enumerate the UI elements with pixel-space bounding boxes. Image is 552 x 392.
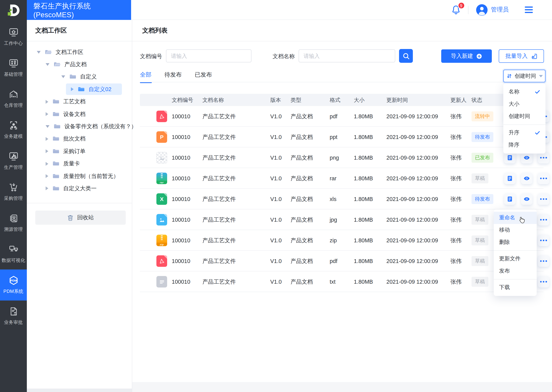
column-header-6: 大小 [354,94,364,106]
more-actions-button[interactable] [538,152,549,163]
more-actions-button[interactable] [538,173,549,184]
table-row-7[interactable]: zip100010产品工艺文件V1.0产品文档zip1.80MB2021-09-… [140,230,544,251]
tree-collapse-arrow-icon[interactable] [46,112,48,116]
notification-bell-icon[interactable]: 9 [450,5,461,15]
table-row-4[interactable]: rar100010产品工艺文件V1.0产品文档rar1.80MB2021-09-… [140,168,544,189]
tree-collapse-arrow-icon[interactable] [46,187,48,190]
sort-option-创建时间[interactable]: 创建时间 [503,110,545,123]
tree-node-5[interactable]: 工艺文档 [27,96,132,108]
cell-version: V1.0 [270,251,282,271]
tree-expand-arrow-icon[interactable] [46,125,50,128]
context-menu-item-移动[interactable]: 移动 [494,224,537,236]
preview-button[interactable] [521,173,532,184]
tree-collapse-arrow-icon[interactable] [46,137,48,141]
data-visualization-icon [8,244,19,255]
table-row-2[interactable]: P100010产品工艺文件V1.0产品文档ppt1.80MB2021-09-09… [140,127,544,147]
tree-expand-arrow-icon[interactable] [46,63,50,66]
tree-node-3[interactable]: 自定义 [27,71,132,83]
sidebar-item-1[interactable]: 工作中心 [0,21,27,52]
base-management-icon [8,58,19,69]
table-body: 100010产品工艺文件V1.0产品文档pdf1.80MB2021-09-09 … [140,106,544,292]
workspace-panel: 文档工作区 文档工作区产品文档自定义自定义02工艺文档设备文档设备零件文档（系统… [27,20,132,392]
batch-import-button[interactable]: 批量导入 [499,49,544,63]
user-name[interactable]: 管理员 [491,6,509,14]
sidebar-item-9[interactable]: PDMPDM系统 [0,269,27,301]
more-actions-button[interactable] [538,235,549,246]
ppt-file-icon: P [156,131,167,143]
sidebar-item-5[interactable]: 生产管理 [0,146,27,176]
sidebar-item-8[interactable]: 数据可视化 [0,238,27,269]
notification-badge: 9 [458,2,465,9]
more-actions-button[interactable] [538,193,549,205]
doc-name-input[interactable] [299,49,395,63]
sidebar-item-10[interactable]: 业务审批 [0,301,27,331]
preview-button[interactable] [521,193,532,205]
tree-collapse-arrow-icon[interactable] [46,100,48,104]
table-row-1[interactable]: 100010产品工艺文件V1.0产品文档pdf1.80MB2021-09-09 … [140,106,544,127]
tab-1[interactable]: 全部 [140,71,152,83]
tree-node-1[interactable]: 文档工作区 [27,46,132,58]
tree-collapse-arrow-icon[interactable] [46,174,48,178]
more-actions-button[interactable] [538,276,549,287]
detail-button[interactable] [504,173,516,184]
tab-2[interactable]: 待发布 [164,71,182,83]
tree-node-label: 设备零件文档（系统没有？） [64,123,137,130]
folder-icon [54,124,61,129]
sidebar-item-6[interactable]: 采购管理 [0,176,27,208]
sort-dropdown-button[interactable]: 创建时间 [503,70,545,82]
doc-code-input[interactable] [166,49,251,63]
menu-icon[interactable] [525,7,533,13]
detail-button[interactable] [504,152,516,163]
tree-node-2[interactable]: 产品文档 [27,58,132,71]
tree-expand-arrow-icon[interactable] [37,51,41,53]
sidebar-item-2[interactable]: 基础管理 [0,52,27,84]
tree-collapse-arrow-icon[interactable] [46,162,48,166]
more-actions-button[interactable] [538,255,549,267]
detail-button[interactable] [504,193,516,205]
sidebar-item-label: 工作中心 [4,40,23,47]
cell-type: 产品文档 [291,251,313,271]
tree-node-11[interactable]: 质量控制（当前暂无） [27,170,132,182]
tab-3[interactable]: 已发布 [195,71,212,83]
context-menu-item-重命名[interactable]: 重命名 [494,212,537,224]
preview-button[interactable] [521,152,532,163]
sidebar-item-4[interactable]: 业务建模 [0,114,27,146]
tree-node-6[interactable]: 设备文档 [27,108,132,120]
purchase-icon [8,182,19,193]
import-new-button[interactable]: 导入新建 [441,49,492,63]
tree-node-9[interactable]: 采购订单 [27,145,132,158]
sort-option-名称[interactable]: 名称 [503,86,545,98]
tree-node-7[interactable]: 设备零件文档（系统没有？） [27,120,132,133]
tree-node-12[interactable]: 自定义大类一 [27,182,132,195]
svg-text:PDM: PDM [10,279,17,282]
search-button[interactable] [399,49,413,63]
sort-option-大小[interactable]: 大小 [503,98,545,110]
context-menu-item-发布[interactable]: 发布 [494,265,537,277]
sidebar-item-7[interactable]: 溯源管理 [0,208,27,238]
context-menu-item-删除[interactable]: 删除 [494,236,537,248]
recycle-bin-button[interactable]: 回收站 [35,210,126,225]
table-row-5[interactable]: X100010产品工艺文件V1.0产品文档xls1.80MB2021-09-09… [140,189,544,210]
tree-collapse-arrow-icon[interactable] [71,87,74,91]
sort-option-升序[interactable]: 升序 [503,127,545,139]
sort-option-降序[interactable]: 降序 [503,139,545,151]
context-menu-item-更新文件[interactable]: 更新文件 [494,253,537,265]
cell-doc-code: 100010 [172,210,190,230]
table-row-8[interactable]: 100010产品工艺文件V1.0产品文档pdf1.80MB2021-09-09 … [140,251,544,271]
table-row-3[interactable]: 100010产品工艺文件V1.0产品文档png1.80MB2021-09-09 … [140,147,544,168]
tree-node-8[interactable]: 批次文档 [27,133,132,145]
more-actions-button[interactable] [538,214,549,225]
context-menu-label: 下载 [499,284,510,291]
tree-collapse-arrow-icon[interactable] [46,149,48,153]
tree-node-10[interactable]: 质量卡 [27,158,132,170]
context-menu-item-下载[interactable]: 下载 [494,281,537,294]
tree-scrollbar[interactable] [27,389,132,392]
tree-node-4[interactable]: 自定义02 [27,83,132,96]
sidebar-item-3[interactable]: 仓库管理 [0,84,27,114]
folder-icon [52,148,60,154]
tree-expand-arrow-icon[interactable] [61,76,65,78]
table-row-6[interactable]: 100010产品工艺文件V1.0产品文档jpg1.80MB2021-09-09 … [140,210,544,230]
table-row-9[interactable]: 100010产品工艺文件V1.0产品文档txt1.80MB2021-09-09 … [140,271,544,292]
avatar[interactable] [476,4,487,15]
tree-node-label: 产品文档 [64,61,87,68]
